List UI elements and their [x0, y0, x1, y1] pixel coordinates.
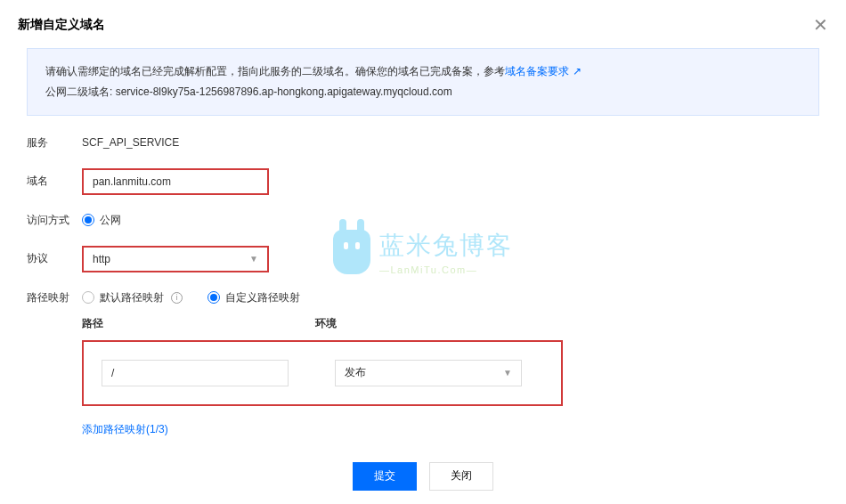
domain-label: 域名: [27, 174, 82, 189]
external-link-icon: ↗: [573, 65, 582, 77]
radio-checked-icon: [207, 291, 220, 304]
env-value: 发布: [345, 365, 366, 380]
protocol-value: http: [93, 253, 110, 265]
path-column-header: 路径: [82, 316, 315, 331]
service-label: 服务: [27, 135, 82, 150]
submit-button[interactable]: 提交: [353, 462, 417, 491]
modal-title: 新增自定义域名: [18, 17, 105, 33]
protocol-select[interactable]: http ▼: [82, 246, 269, 272]
radio-unchecked-icon: [82, 291, 94, 304]
mapping-custom-label: 自定义路径映射: [225, 290, 300, 305]
mapping-default-label: 默认路径映射: [100, 290, 164, 305]
info-text: 请确认需绑定的域名已经完成解析配置，指向此服务的二级域名。确保您的域名已完成备案…: [45, 65, 505, 77]
close-icon[interactable]: ✕: [813, 16, 828, 34]
protocol-label: 协议: [27, 251, 82, 266]
filing-requirements-link[interactable]: 域名备案要求: [505, 65, 569, 77]
public-domain-value: service-8l9ky75a-1256987896.ap-hongkong.…: [116, 85, 452, 98]
service-value: SCF_API_SERVICE: [82, 136, 179, 149]
env-select[interactable]: 发布 ▼: [335, 360, 522, 386]
mapping-row: 发布 ▼: [82, 340, 563, 406]
env-column-header: 环境: [315, 316, 549, 331]
domain-input[interactable]: [82, 168, 269, 195]
add-mapping-link[interactable]: 添加路径映射(1/3): [82, 422, 168, 437]
mapping-custom-radio[interactable]: 自定义路径映射: [207, 290, 300, 305]
path-input[interactable]: [102, 360, 289, 386]
chevron-down-icon: ▼: [249, 254, 258, 264]
mapping-default-radio[interactable]: 默认路径映射 i: [82, 290, 183, 305]
chevron-down-icon: ▼: [503, 368, 512, 378]
info-icon[interactable]: i: [171, 292, 183, 304]
cancel-button[interactable]: 关闭: [429, 462, 493, 491]
access-public-radio[interactable]: 公网: [82, 213, 121, 228]
public-domain-label: 公网二级域名:: [45, 85, 116, 98]
access-public-label: 公网: [100, 213, 121, 228]
info-banner: 请确认需绑定的域名已经完成解析配置，指向此服务的二级域名。确保您的域名已完成备案…: [27, 48, 819, 116]
access-label: 访问方式: [27, 213, 82, 228]
mapping-label: 路径映射: [27, 290, 82, 305]
radio-checked-icon: [82, 214, 94, 226]
